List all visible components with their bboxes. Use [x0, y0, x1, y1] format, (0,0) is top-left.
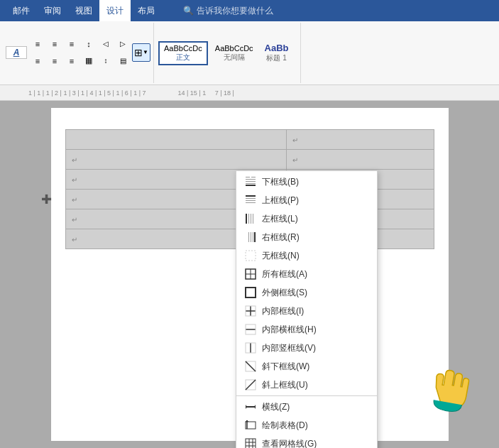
horizontal-line-icon — [243, 401, 258, 413]
ribbon-tabs: 邮件 审阅 视图 设计 布局 🔍 — [0, 0, 499, 21]
border-diag-down-item[interactable]: 斜下框线(W) — [236, 357, 377, 376]
border-icon: ⊞ — [134, 47, 143, 58]
diag-down-border-icon — [243, 361, 258, 372]
document-area: ✚ ↵ ↵ ↵ ↵ ↵ ↵ ↵ ↵ ↵ — [0, 101, 499, 448]
sort-btn[interactable]: ↕ — [81, 36, 97, 52]
ribbon: 邮件 审阅 视图 设计 布局 🔍 A ≡ ≡ ≡ ↕ — [0, 0, 499, 85]
border-inside-h-item[interactable]: 内部横框线(H) — [236, 320, 377, 339]
align-left-btn[interactable]: ≡ — [30, 53, 45, 69]
border-none-item[interactable]: 无框线(N) — [236, 246, 377, 265]
svg-rect-4 — [246, 181, 256, 182]
svg-rect-10 — [246, 214, 247, 224]
menu-separator — [236, 395, 377, 396]
justify-btn[interactable]: ▦ — [81, 53, 97, 69]
svg-rect-13 — [253, 214, 253, 224]
return-symbol: ↵ — [72, 236, 77, 244]
view-gridlines-item[interactable]: 查看网格线(G) — [236, 435, 377, 448]
svg-marker-36 — [254, 405, 256, 409]
left-border-icon — [243, 213, 258, 224]
draw-table-item[interactable]: 绘制表格(D) — [236, 416, 377, 435]
svg-rect-22 — [246, 288, 256, 297]
inside-h-border-icon — [243, 324, 258, 335]
draw-table-icon — [243, 420, 258, 431]
align-center-btn[interactable]: ≡ — [47, 53, 62, 69]
border-inside-item[interactable]: 内部框线(I) — [236, 302, 377, 320]
horizontal-line-label: 横线(Z) — [262, 401, 370, 413]
tab-layout[interactable]: 布局 — [131, 0, 162, 21]
draw-table-label: 绘制表格(D) — [262, 420, 370, 432]
shading-btn[interactable]: ▤ — [115, 53, 131, 69]
top-border-icon — [243, 195, 258, 206]
svg-rect-15 — [248, 232, 249, 242]
border-diag-up-label: 斜上框线(U) — [262, 379, 370, 391]
border-all-label: 所有框线(A) — [262, 268, 370, 280]
border-all-item[interactable]: 所有框线(A) — [236, 265, 377, 283]
ribbon-content: A ≡ ≡ ≡ ↕ ≡ ≡ ≡ ▦ — [0, 21, 499, 85]
border-inside-v-label: 内部竖框线(V) — [262, 342, 370, 354]
style-no-space[interactable]: AaBbCcDc 无间隔 — [211, 43, 258, 64]
svg-rect-16 — [251, 232, 251, 242]
border-diag-up-item[interactable]: 斜上框线(U) — [236, 376, 377, 394]
tab-mail[interactable]: 邮件 — [6, 0, 37, 21]
return-symbol: ↵ — [72, 176, 77, 184]
indent-decrease-btn[interactable]: ◁ — [98, 36, 114, 52]
indent-increase-btn[interactable]: ▷ — [115, 36, 131, 52]
border-outside-label: 外侧框线(S) — [262, 287, 370, 299]
border-left-item[interactable]: 左框线(L) — [236, 209, 377, 228]
list-buttons: ≡ ≡ ≡ ↕ ≡ ≡ ≡ ▦ — [30, 36, 97, 69]
border-inside-label: 内部框线(I) — [262, 305, 370, 317]
list-number-btn[interactable]: ≡ — [47, 36, 62, 52]
align-right-btn[interactable]: ≡ — [64, 53, 79, 69]
search-icon: 🔍 — [183, 6, 194, 16]
bottom-border-icon — [243, 176, 258, 187]
return-symbol: ↵ — [72, 196, 77, 204]
style-heading1[interactable]: AaBb 标题 1 — [261, 41, 293, 65]
svg-rect-9 — [246, 202, 256, 203]
border-right-item[interactable]: 右框线(R) — [236, 228, 377, 246]
svg-rect-2 — [251, 177, 256, 177]
list-bullet-btn[interactable]: ≡ — [30, 36, 45, 52]
ribbon-search: 🔍 — [183, 6, 310, 16]
border-bottom-item[interactable]: 下框线(B) — [236, 173, 377, 191]
style-h1-preview: AaBb — [265, 43, 289, 53]
diag-up-border-icon — [243, 379, 258, 390]
line-spacing-btn[interactable]: ↕ — [98, 53, 114, 69]
inside-border-icon — [243, 305, 258, 317]
dropdown-arrow: ▼ — [143, 49, 148, 55]
style-normal[interactable]: AaBbCcDc 正文 — [158, 41, 208, 65]
border-top-item[interactable]: 上框线(P) — [236, 191, 377, 209]
border-left-label: 左框线(L) — [262, 213, 370, 225]
crosshair-cursor: ✚ — [41, 192, 52, 207]
svg-rect-12 — [251, 214, 251, 224]
border-dropdown-menu: 下框线(B) 上框线(P) 左框线(L) 右框线(R) 无框线(N) — [236, 170, 378, 448]
svg-rect-18 — [246, 251, 256, 261]
svg-rect-1 — [246, 177, 250, 177]
border-right-label: 右框线(R) — [262, 231, 370, 244]
svg-rect-0 — [246, 185, 256, 186]
hand-cursor — [416, 357, 483, 431]
border-bottom-label: 下框线(B) — [262, 176, 370, 188]
svg-rect-6 — [246, 195, 256, 197]
svg-rect-39 — [246, 439, 256, 448]
tab-design[interactable]: 设计 — [99, 0, 131, 21]
style-h1-label: 标题 1 — [266, 53, 286, 63]
tab-review[interactable]: 审阅 — [37, 0, 68, 21]
font-style-a[interactable]: A — [6, 46, 27, 59]
border-inside-v-item[interactable]: 内部竖框线(V) — [236, 339, 377, 357]
ruler: 1 | 1 | 1 | 2 | 1 | 3 | 1 | 4 | 1 | 5 | … — [0, 85, 499, 101]
horizontal-line-item[interactable]: 横线(Z) — [236, 398, 377, 416]
no-border-icon — [243, 250, 258, 261]
border-outside-item[interactable]: 外侧框线(S) — [236, 283, 377, 302]
list-indent-btn[interactable]: ≡ — [64, 36, 79, 52]
search-input[interactable] — [197, 6, 310, 16]
style-normal-preview: AaBbCcDc — [164, 44, 202, 53]
svg-rect-7 — [246, 198, 256, 199]
font-row1: A ≡ ≡ ≡ ↕ ≡ ≡ ≡ ▦ — [6, 36, 150, 69]
all-border-icon — [243, 268, 258, 280]
svg-line-31 — [246, 361, 256, 371]
border-dropdown-btn[interactable]: ⊞ ▼ — [132, 43, 150, 62]
view-gridlines-label: 查看网格线(G) — [262, 438, 370, 449]
tab-view[interactable]: 视图 — [68, 0, 99, 21]
svg-marker-35 — [246, 405, 247, 409]
return-symbol: ↵ — [292, 136, 298, 144]
